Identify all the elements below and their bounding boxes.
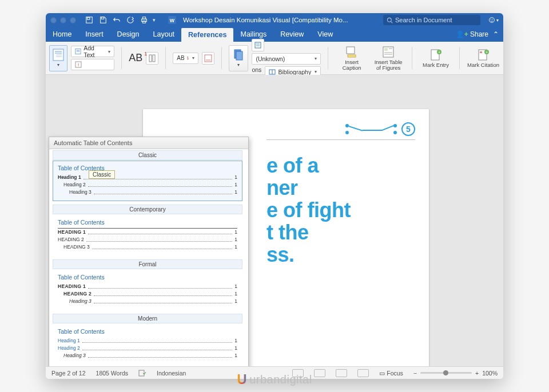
search-box[interactable]: Search in Document	[383, 15, 480, 25]
save-icon[interactable]	[98, 15, 108, 25]
app-window: ▾ W Workshop Desain Komunikasi Visual [C…	[46, 13, 503, 379]
footnote-style[interactable]: AB1	[173, 53, 198, 64]
add-text-icon	[75, 48, 81, 55]
view-web[interactable]	[336, 369, 347, 377]
svg-rect-22	[149, 55, 152, 62]
footnote-next-button[interactable]	[146, 52, 158, 65]
zoom-window[interactable]	[70, 17, 76, 23]
zoom-in[interactable]: +	[475, 370, 479, 377]
minimize-window[interactable]	[60, 17, 66, 23]
view-outline[interactable]	[357, 369, 369, 377]
print-icon[interactable]	[139, 15, 149, 25]
mark-citation-button[interactable]: + Mark Citation	[467, 49, 500, 68]
toc-style-header: Classic	[53, 150, 242, 160]
svg-rect-36	[384, 48, 388, 51]
citation-icon	[233, 49, 244, 61]
toc-gallery: Automatic Table of Contents ClassicTable…	[49, 137, 249, 366]
citations-pane-icon	[254, 41, 262, 49]
title-bar: ▾ W Workshop Desain Komunikasi Visual [C…	[46, 13, 503, 27]
toc-style-modern[interactable]: Table of ContentsHeading 11Heading 21Hea…	[53, 324, 242, 365]
update-icon: !	[75, 61, 82, 68]
insert-citation-button[interactable]	[229, 45, 248, 71]
update-toc-button[interactable]: !	[71, 59, 114, 70]
search-placeholder: Search in Document	[395, 17, 452, 23]
toc-icon	[53, 49, 64, 61]
zoom-control[interactable]: − + 100%	[413, 370, 498, 377]
word-count[interactable]: 1805 Words	[96, 370, 128, 377]
document-area[interactable]: 5 e of a ner e of fight t the ss. Automa…	[46, 75, 503, 366]
svg-point-8	[387, 18, 391, 22]
toc-style-classic[interactable]: Table of ContentsHeading 11Heading 21Hea…	[53, 161, 242, 201]
autosave-icon[interactable]	[84, 15, 94, 25]
svg-text:+: +	[486, 50, 488, 54]
svg-rect-27	[236, 51, 242, 60]
tof-icon	[382, 46, 395, 58]
connector-graphic	[345, 123, 397, 135]
svg-text:!: !	[78, 62, 79, 67]
toc-button[interactable]	[49, 45, 67, 71]
zoom-out[interactable]: −	[413, 370, 417, 377]
toc-style-header: Formal	[53, 259, 242, 269]
toc-style-header: Modern	[53, 314, 242, 323]
svg-point-10	[491, 19, 491, 19]
svg-rect-34	[348, 55, 356, 57]
ribbon: Add Text ! AB1 AB1 (Unknown) ons Bibliog…	[46, 42, 503, 75]
close-window[interactable]	[50, 17, 57, 23]
svg-point-11	[492, 19, 493, 19]
tab-layout[interactable]: Layout	[146, 27, 182, 42]
view-print[interactable]	[314, 369, 325, 377]
zoom-slider[interactable]	[420, 372, 472, 374]
toc-gallery-list[interactable]: ClassicTable of ContentsHeading 11Headin…	[49, 149, 248, 366]
citations-pane-button[interactable]	[252, 39, 264, 51]
toc-style-header: Contemporary	[53, 205, 242, 214]
svg-rect-24	[205, 55, 212, 62]
feedback-icon[interactable]: ▾	[488, 15, 499, 25]
zoom-value[interactable]: 100%	[482, 370, 498, 377]
insert-footnote-button[interactable]: AB1	[129, 52, 142, 64]
svg-rect-1	[87, 18, 90, 20]
tab-home[interactable]: Home	[46, 27, 78, 42]
word-doc-icon: W	[168, 16, 176, 24]
svg-rect-2	[101, 17, 104, 19]
collapse-ribbon[interactable]: ⌃	[493, 30, 499, 38]
svg-rect-28	[255, 42, 261, 48]
tab-design[interactable]: Design	[110, 27, 146, 42]
endnote-icon	[204, 54, 212, 62]
citation-style-field[interactable]: (Unknown)	[252, 53, 321, 65]
redo-icon[interactable]	[125, 15, 136, 25]
mark-citation-icon: +	[477, 49, 490, 61]
footnote-next-icon	[148, 54, 156, 62]
caption-icon	[345, 46, 358, 58]
mark-entry-icon: +	[429, 49, 442, 61]
document-title: Workshop Desain Komunikasi Visual [Compa…	[183, 17, 348, 23]
bibliography-icon	[269, 69, 276, 75]
insert-tof-button[interactable]: Insert Table of Figures	[372, 46, 405, 71]
svg-rect-4	[142, 17, 145, 19]
focus-mode[interactable]: ▭ Focus	[379, 370, 403, 377]
mark-entry-button[interactable]: + Mark Entry	[419, 49, 452, 68]
body-text: e of a ner e of fight t the ss.	[266, 155, 415, 266]
undo-icon[interactable]	[112, 15, 122, 25]
svg-text:W: W	[170, 18, 175, 23]
toc-style-formal[interactable]: Table of ContentsHEADING 11HEADING 21Hea…	[53, 270, 242, 310]
tooltip: Classic	[89, 170, 115, 179]
qat-customize[interactable]: ▾	[153, 17, 156, 23]
share-button[interactable]: 👤+ Share	[456, 30, 488, 38]
search-icon	[387, 17, 393, 23]
tab-references[interactable]: References	[181, 28, 233, 42]
toc-gallery-title: Automatic Table of Contents	[49, 137, 248, 149]
svg-text:+: +	[438, 50, 440, 54]
window-controls	[50, 17, 76, 23]
toc-style-contemporary[interactable]: Table of ContentsHEADING 11HEADING 21HEA…	[53, 215, 242, 256]
language-indicator[interactable]: Indonesian	[157, 370, 186, 377]
insert-endnote-button[interactable]	[202, 52, 214, 65]
page-header: 5	[266, 121, 415, 140]
watermark: Uurbandigital	[237, 371, 312, 387]
page-indicator[interactable]: Page 2 of 12	[51, 370, 86, 377]
svg-rect-23	[153, 55, 155, 62]
svg-rect-33	[347, 47, 355, 54]
tab-insert[interactable]: Insert	[78, 27, 110, 42]
insert-caption-button[interactable]: Insert Caption	[335, 46, 368, 71]
spellcheck-icon[interactable]	[138, 370, 146, 377]
add-text-button[interactable]: Add Text	[71, 46, 114, 57]
